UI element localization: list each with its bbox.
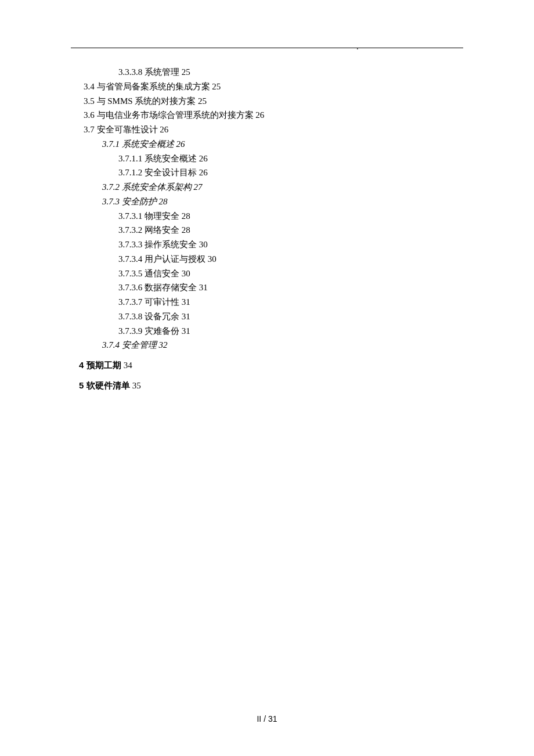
toc-entry: 3.7.3.4 用户认证与授权 30 [118,252,463,267]
toc-entry: 3.7.3.8 设备冗余 31 [118,309,463,324]
toc-num: 3.7.4 [102,340,120,350]
toc-num: 3.7.3.7 [118,297,142,307]
toc-entry: 3.7.1 系统安全概述 26 [102,137,463,152]
toc-entry: 3.4 与省管局备案系统的集成方案 25 [84,80,463,94]
toc-label: 系统安全概述 [122,139,174,149]
toc-label: 数据存储安全 [145,283,197,292]
toc-label: 操作系统安全 [145,240,197,249]
toc-page: 30 [182,269,190,278]
toc-num: 3.7.3.3 [118,240,142,249]
toc-num: 5 [79,380,84,390]
toc-entry: 3.7.3.1 物理安全 28 [118,209,463,224]
toc-entry: 3.7.2 系统安全体系架构 27 [102,180,463,195]
toc-num: 4 [79,360,84,370]
toc-page: 31 [199,283,208,292]
toc-entry: 3.7.3.7 可审计性 31 [118,295,463,309]
toc-label: 设备冗余 [145,312,179,321]
toc-num: 3.7.2 [102,182,120,192]
toc-label: 可审计性 [145,297,179,307]
toc-num: 3.3.3.8 [118,67,142,77]
document-page: . 3.3.3.8 系统管理 25 3.4 与省管局备案系统的集成方案 25 3… [0,0,534,756]
footer-sep: / [261,714,268,723]
toc-chapter: 4 预期工期 34 [79,358,463,373]
toc-label: 与电信业务市场综合管理系统的对接方案 [97,110,254,120]
toc-num: 3.7.3.4 [118,254,142,264]
toc-num: 3.7.3.2 [118,225,142,235]
toc-page: 26 [160,125,168,134]
toc-num: 3.7 [84,125,95,134]
toc-entry: 3.7.3.5 通信安全 30 [118,267,463,281]
toc-page: 32 [159,340,168,350]
toc-page: 28 [182,211,190,221]
toc-content: 3.3.3.8 系统管理 25 3.4 与省管局备案系统的集成方案 25 3.5… [79,65,463,397]
toc-num: 3.7.3.8 [118,312,142,321]
toc-label: 通信安全 [145,269,179,278]
toc-page: 25 [182,67,190,77]
toc-label: 网络安全 [145,225,179,235]
toc-label: 用户认证与授权 [145,254,205,264]
toc-entry: 3.5 与 SMMS 系统的对接方案 25 [84,94,463,109]
toc-chapter: 5 软硬件清单 35 [79,379,463,393]
toc-page: 28 [159,197,168,206]
toc-entry: 3.7.3.2 网络安全 28 [118,223,463,237]
toc-page: 35 [132,381,141,390]
toc-page: 30 [208,254,217,264]
toc-num: 3.7.1.2 [118,168,142,177]
toc-entry: 3.7.3.6 数据存储安全 31 [118,280,463,295]
toc-page: 25 [212,82,221,91]
toc-label: 安全设计目标 [145,168,197,177]
toc-page: 30 [199,240,208,249]
toc-label: 安全可靠性设计 [97,125,158,134]
toc-page: 27 [194,182,203,192]
toc-label: 系统安全概述 [145,154,197,163]
toc-page: 31 [182,297,190,307]
footer-total: 31 [268,714,277,723]
toc-entry: 3.7.1.2 安全设计目标 26 [118,165,463,180]
toc-page: 26 [199,154,208,163]
toc-page: 31 [182,326,190,336]
toc-label: 与省管局备案系统的集成方案 [97,82,210,91]
toc-label: 预期工期 [86,360,121,370]
toc-entry: 3.7.3 安全防护 28 [102,195,463,209]
toc-page: 34 [124,361,132,370]
toc-num: 3.7.3.1 [118,211,142,221]
toc-page: 28 [182,225,190,235]
toc-num: 3.6 [84,110,95,120]
toc-entry: 3.7.3.3 操作系统安全 30 [118,237,463,252]
toc-num: 3.7.3.9 [118,326,142,336]
toc-label: 系统管理 [145,67,179,77]
page-footer: II / 31 [0,712,534,726]
header-dot: . [356,39,359,54]
toc-page: 26 [199,168,208,177]
toc-entry: 3.7.3.9 灾难备份 31 [118,324,463,339]
toc-entry: 3.7.1.1 系统安全概述 26 [118,152,463,166]
toc-page: 31 [182,312,190,321]
toc-label: 安全管理 [122,340,157,350]
toc-page: 26 [176,139,185,149]
toc-entry: 3.3.3.8 系统管理 25 [118,65,463,80]
toc-num: 3.7.3.5 [118,269,142,278]
toc-label: 与 SMMS 系统的对接方案 [97,96,196,106]
toc-entry: 3.7 安全可靠性设计 26 [84,123,463,137]
toc-label: 灾难备份 [145,326,179,336]
toc-num: 3.7.1.1 [118,154,142,163]
toc-entry: 3.6 与电信业务市场综合管理系统的对接方案 26 [84,108,463,123]
toc-page: 25 [198,96,207,106]
toc-label: 系统安全体系架构 [122,182,192,192]
header-rule [71,48,463,48]
toc-num: 3.4 [84,82,95,91]
toc-num: 3.7.3.6 [118,283,142,292]
toc-label: 软硬件清单 [86,380,130,390]
toc-label: 安全防护 [122,197,157,206]
toc-num: 3.5 [84,96,95,106]
toc-page: 26 [255,110,264,120]
toc-num: 3.7.1 [102,139,120,149]
toc-entry: 3.7.4 安全管理 32 [102,338,463,352]
toc-num: 3.7.3 [102,197,120,206]
toc-label: 物理安全 [145,211,179,221]
